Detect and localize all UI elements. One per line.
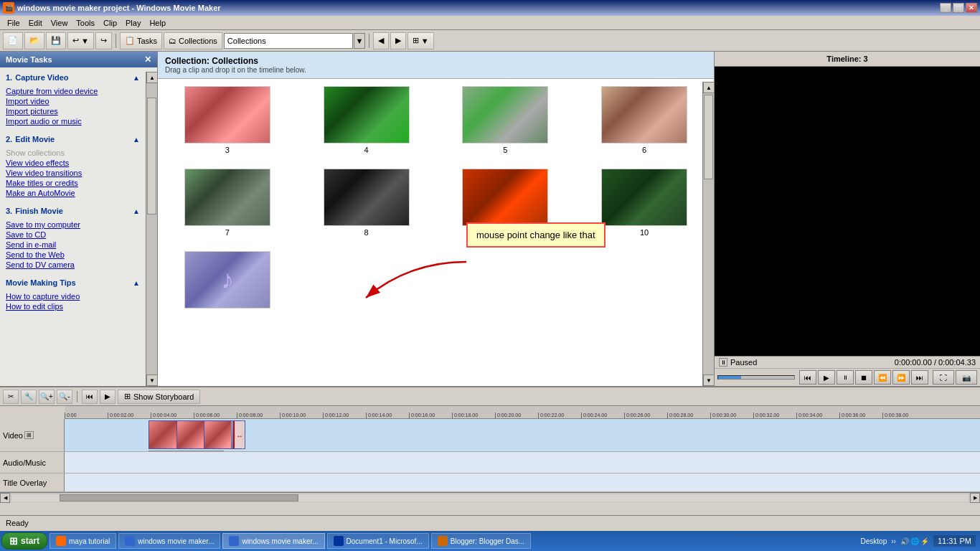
section3-collapse-btn[interactable]: ▲ bbox=[133, 207, 140, 215]
link-import-video[interactable]: Import video bbox=[6, 96, 140, 106]
collection-header: Collection: Collections Drag a clip and … bbox=[158, 52, 714, 79]
view-toggle-button[interactable]: ⊞▼ bbox=[407, 32, 434, 50]
clip-3[interactable]: 3 bbox=[165, 86, 290, 154]
video-track-expand-btn[interactable]: ⊞ bbox=[24, 431, 34, 439]
maximize-button[interactable]: □ bbox=[953, 3, 964, 13]
timeline-play-btn[interactable]: ⏮ bbox=[82, 390, 98, 404]
hscroll-right-btn[interactable]: ▶ bbox=[970, 493, 980, 503]
link-view-effects[interactable]: View video effects bbox=[6, 158, 140, 168]
timeline-play-btn2[interactable]: ▶ bbox=[100, 390, 116, 404]
redo-button[interactable]: ↪ bbox=[95, 32, 112, 50]
combo-dropdown-btn[interactable]: ▼ bbox=[354, 33, 365, 49]
step-forward-button[interactable]: ⏩ bbox=[892, 370, 910, 385]
scroll-down-btn[interactable]: ▼ bbox=[146, 375, 158, 386]
save-button[interactable]: 💾 bbox=[46, 32, 66, 50]
link-show-collections[interactable]: Show collections bbox=[6, 148, 140, 158]
menu-file[interactable]: File bbox=[3, 17, 24, 29]
link-how-capture[interactable]: How to capture video bbox=[6, 291, 140, 301]
menu-clip[interactable]: Clip bbox=[99, 17, 121, 29]
link-save-cd[interactable]: Save to CD bbox=[6, 230, 140, 240]
menu-help[interactable]: Help bbox=[145, 17, 170, 29]
back-button[interactable]: ◀ bbox=[373, 32, 389, 50]
link-how-edit[interactable]: How to edit clips bbox=[6, 301, 140, 311]
clip-thumbnail-9 bbox=[462, 169, 548, 226]
collections-label: Collections bbox=[179, 37, 217, 45]
hscroll-thumb[interactable] bbox=[60, 494, 299, 501]
taskbar-wmm2[interactable]: windows movie maker... bbox=[222, 533, 324, 549]
link-capture-video-device[interactable]: Capture from video device bbox=[6, 86, 140, 96]
taskbar-blogger-icon bbox=[438, 536, 448, 546]
timeline-magnet-btn[interactable]: 🔧 bbox=[21, 390, 37, 404]
menu-tools[interactable]: Tools bbox=[72, 17, 99, 29]
preview-status-bar: ⏸ Paused 0:00:00.00 / 0:00:04.33 bbox=[715, 356, 980, 368]
taskbar-word[interactable]: Document1 - Microsof... bbox=[327, 533, 429, 549]
collections-toggle-button[interactable]: 🗂 Collections bbox=[164, 32, 222, 50]
preview-seekbar[interactable] bbox=[717, 375, 795, 380]
link-view-transitions[interactable]: View video transitions bbox=[6, 168, 140, 178]
taskbar-maya[interactable]: maya tutorial bbox=[50, 533, 116, 549]
title-track-content[interactable] bbox=[65, 474, 980, 491]
minimize-button[interactable]: _ bbox=[940, 3, 951, 13]
panel-close-button[interactable]: ✕ bbox=[144, 55, 151, 65]
clip-4[interactable]: 4 bbox=[304, 86, 429, 154]
link-send-web[interactable]: Send to the Web bbox=[6, 250, 140, 260]
scroll-thumb[interactable] bbox=[147, 98, 156, 214]
section1-collapse-btn[interactable]: ▲ bbox=[133, 74, 140, 82]
clip-8[interactable]: 8 bbox=[304, 169, 429, 237]
timeline-zoom-in-btn[interactable]: 🔍+ bbox=[39, 390, 55, 404]
step-back-button[interactable]: ⏪ bbox=[874, 370, 891, 385]
skip-end-button[interactable]: ⏭ bbox=[911, 370, 928, 385]
storyboard-toggle-btn[interactable]: ⊞ Show Storyboard bbox=[118, 390, 200, 404]
pause-button[interactable]: ⏸ bbox=[837, 370, 854, 385]
clip-6[interactable]: 6 bbox=[582, 86, 707, 154]
hscroll-left-btn[interactable]: ◀ bbox=[0, 493, 10, 503]
video-track-content[interactable]: ↔ Duration: 0:00:04.35 bbox=[65, 419, 980, 451]
clips-scrollbar[interactable]: ▲ ▼ bbox=[702, 82, 714, 386]
menu-edit[interactable]: Edit bbox=[24, 17, 47, 29]
link-automovie[interactable]: Make an AutoMovie bbox=[6, 188, 140, 198]
clips-scroll-up[interactable]: ▲ bbox=[703, 82, 715, 93]
link-import-audio[interactable]: Import audio or music bbox=[6, 116, 140, 126]
panel-header: Movie Tasks ✕ bbox=[0, 52, 157, 67]
clips-scroll-thumb[interactable] bbox=[704, 95, 713, 179]
clip-5[interactable]: 5 bbox=[443, 86, 568, 154]
new-button[interactable]: 📄 bbox=[3, 32, 23, 50]
menu-play[interactable]: Play bbox=[121, 17, 145, 29]
panel-content: 1. Capture Video ▲ Capture from video de… bbox=[0, 67, 157, 386]
timeline-zoom-out-btn[interactable]: 🔍- bbox=[57, 390, 72, 404]
clip-thumbnail-6 bbox=[601, 86, 687, 143]
video-clip-block[interactable]: ↔ bbox=[149, 420, 245, 449]
undo-button[interactable]: ↩▼ bbox=[67, 32, 94, 50]
link-save-computer[interactable]: Save to my computer bbox=[6, 220, 140, 230]
link-make-titles[interactable]: Make titles or credits bbox=[6, 178, 140, 188]
close-button[interactable]: ✕ bbox=[966, 3, 977, 13]
section4-collapse-btn[interactable]: ▲ bbox=[133, 279, 140, 287]
tasks-button[interactable]: 📋 Tasks bbox=[120, 32, 162, 50]
fullscreen-button[interactable]: ⛶ bbox=[933, 370, 954, 385]
snapshot-button[interactable]: 📷 bbox=[956, 370, 977, 385]
clip-music[interactable]: ♪ bbox=[165, 251, 290, 311]
play-button[interactable]: ▶ bbox=[818, 370, 835, 385]
panel-title: Movie Tasks bbox=[6, 55, 52, 64]
start-button[interactable]: ⊞ start bbox=[1, 532, 47, 550]
audio-track-content[interactable] bbox=[65, 452, 980, 473]
tray-icon-3: ⚡ bbox=[920, 537, 929, 545]
clip-7[interactable]: 7 bbox=[165, 169, 290, 237]
left-panel-scrollbar[interactable]: ▲ ▼ bbox=[146, 72, 157, 386]
taskbar-word-label: Document1 - Microsof... bbox=[347, 537, 423, 545]
timeline-scissors-btn[interactable]: ✂ bbox=[3, 390, 19, 404]
link-send-email[interactable]: Send in e-mail bbox=[6, 240, 140, 250]
menu-view[interactable]: View bbox=[47, 17, 72, 29]
taskbar-blogger[interactable]: Blogger: Blogger Das... bbox=[431, 533, 531, 549]
taskbar-wmm1[interactable]: windows movie maker... bbox=[118, 533, 220, 549]
link-send-dv[interactable]: Send to DV camera bbox=[6, 260, 140, 270]
collection-combo[interactable]: Collections bbox=[224, 33, 353, 49]
forward-button[interactable]: ▶ bbox=[390, 32, 406, 50]
section2-collapse-btn[interactable]: ▲ bbox=[133, 136, 140, 143]
skip-back-button[interactable]: ⏮ bbox=[799, 370, 816, 385]
stop-button[interactable]: ⏹ bbox=[855, 370, 872, 385]
scroll-up-btn[interactable]: ▲ bbox=[146, 72, 158, 83]
link-import-pictures[interactable]: Import pictures bbox=[6, 106, 140, 116]
open-button[interactable]: 📂 bbox=[24, 32, 44, 50]
clips-scroll-down[interactable]: ▼ bbox=[703, 375, 715, 386]
